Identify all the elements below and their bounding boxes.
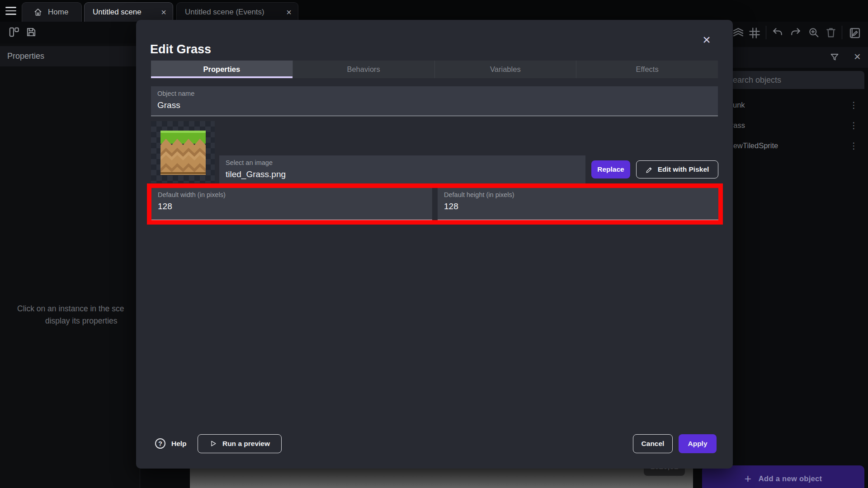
object-name-field[interactable]: Object name Grass (151, 86, 718, 116)
properties-panel-header: Properties (0, 46, 140, 66)
default-height-value: 128 (444, 202, 712, 211)
cancel-label: Cancel (642, 440, 665, 448)
empty-state-text: Click on an instance in the sce (17, 304, 124, 314)
default-width-label: Default width (in pixels) (158, 191, 426, 198)
layers-icon[interactable] (731, 26, 744, 39)
kebab-menu-icon[interactable]: ⋮ (849, 141, 858, 151)
select-image-field[interactable]: Select an image tiled_Grass.png (219, 155, 585, 185)
tab-behaviors[interactable]: Behaviors (292, 61, 434, 78)
grid-icon[interactable] (748, 26, 760, 39)
edit-note-icon[interactable] (848, 26, 861, 39)
select-image-value: tiled_Grass.png (226, 169, 579, 179)
empty-state-text: display its properties (45, 316, 118, 326)
question-icon: ? (155, 438, 165, 449)
object-item-label: NewTiledSprite (728, 141, 778, 150)
replace-label: Replace (597, 165, 624, 174)
dialog-title: Edit Grass (150, 42, 211, 56)
close-tab-icon[interactable]: × (161, 8, 166, 17)
object-name-value: Grass (157, 100, 712, 110)
apply-button[interactable]: Apply (679, 434, 717, 453)
tab-effects[interactable]: Effects (576, 61, 718, 78)
tutorial-highlight-box: Default width (in pixels) 128 Default he… (147, 183, 723, 225)
apply-label: Apply (688, 440, 707, 448)
save-icon[interactable] (25, 26, 38, 39)
tab-events-label: Untitled scene (Events) (185, 8, 264, 17)
kebab-menu-icon[interactable]: ⋮ (849, 100, 858, 110)
tab-untitled-scene-events[interactable]: Untitled scene (Events) × (176, 2, 298, 22)
top-bar: Home Untitled scene × Untitled scene (Ev… (0, 0, 868, 22)
zoom-in-icon[interactable] (807, 26, 820, 39)
default-height-label: Default height (in pixels) (444, 191, 712, 198)
play-icon (209, 440, 217, 448)
run-preview-label: Run a preview (222, 440, 270, 448)
close-tab-icon[interactable]: × (286, 8, 292, 17)
object-name-label: Object name (157, 90, 712, 97)
app-window: Home Untitled scene × Untitled scene (Ev… (0, 0, 868, 488)
help-label: Help (171, 440, 187, 448)
search-objects-input[interactable] (721, 71, 864, 89)
edit-with-piskel-button[interactable]: Edit with Piskel (636, 160, 718, 178)
add-object-label: Add a new object (759, 474, 822, 483)
kebab-menu-icon[interactable]: ⋮ (849, 120, 858, 131)
run-preview-button[interactable]: Run a preview (198, 434, 282, 453)
tab-variables[interactable]: Variables (434, 61, 576, 78)
edit-object-dialog: Edit Grass × Properties Behaviors Variab… (136, 20, 733, 469)
select-image-label: Select an image (226, 159, 579, 166)
properties-panel: Properties Click on an instance in the s… (0, 43, 140, 488)
close-panel-icon[interactable]: × (854, 50, 861, 64)
hamburger-menu-icon[interactable] (5, 7, 16, 15)
pencil-icon (646, 166, 653, 174)
dialog-tab-bar: Properties Behaviors Variables Effects (151, 61, 718, 78)
add-new-object-button[interactable]: + Add a new object (702, 465, 864, 488)
trash-icon[interactable] (825, 26, 837, 39)
grass-tile-image (160, 130, 206, 175)
home-icon (33, 8, 42, 17)
image-thumbnail[interactable] (151, 121, 215, 183)
default-height-field[interactable]: Default height (in pixels) 128 (438, 188, 718, 220)
tab-home-label: Home (48, 8, 68, 17)
default-width-field[interactable]: Default width (in pixels) 128 (151, 188, 432, 220)
redo-icon[interactable] (789, 26, 802, 39)
tab-home[interactable]: Home (22, 2, 82, 22)
plus-icon: + (745, 473, 751, 484)
help-button[interactable]: ? Help (155, 438, 187, 449)
filter-icon[interactable] (829, 52, 840, 63)
default-width-value: 128 (158, 202, 426, 211)
properties-panel-title: Properties (7, 52, 44, 61)
piskel-label: Edit with Piskel (658, 165, 709, 174)
undo-icon[interactable] (771, 26, 784, 39)
replace-button[interactable]: Replace (591, 160, 630, 178)
cancel-button[interactable]: Cancel (633, 434, 673, 453)
project-manager-icon[interactable] (8, 26, 21, 39)
close-dialog-icon[interactable]: × (697, 30, 717, 50)
toolbar-divider (766, 26, 766, 39)
tab-untitled-scene[interactable]: Untitled scene × (84, 2, 173, 22)
tab-scene-label: Untitled scene (93, 8, 142, 17)
toolbar-divider (842, 26, 842, 39)
tab-properties[interactable]: Properties (151, 61, 292, 78)
